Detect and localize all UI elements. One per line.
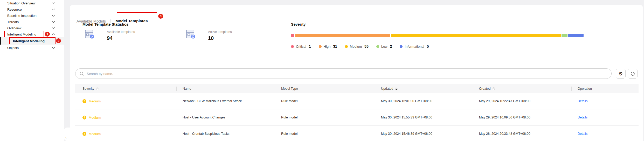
column-header-operation: Operation	[571, 84, 639, 93]
severity-bar	[291, 34, 584, 37]
legend-count: 5	[427, 44, 429, 48]
sidebar-collapse-handle[interactable]: ‹	[64, 128, 71, 141]
updated-cell: May 30, 2024 16:01:00 GMT+08:00	[375, 99, 473, 103]
toolbar: ⚙	[75, 68, 639, 79]
model-templates-table: Severity Name Model Type Updated	[75, 84, 639, 141]
legend-count: 2	[390, 44, 392, 48]
column-label: Updated	[381, 87, 393, 90]
section-vertical-divider	[278, 24, 278, 55]
severity-cell: ! Medium	[75, 99, 176, 103]
medium-severity-icon: !	[82, 132, 86, 136]
annotation-badge-2: 2	[56, 38, 61, 43]
details-link[interactable]: Details	[578, 132, 587, 136]
column-label: Name	[183, 87, 191, 90]
sidebar: Situation Overview Resource Baseline Ins…	[0, 0, 64, 141]
legend-item-high: High 31	[319, 44, 337, 48]
template-active-icon	[185, 28, 197, 40]
annotation-badge-1: 1	[45, 32, 50, 37]
severity-segment-critical	[291, 34, 294, 37]
column-header-model-type[interactable]: Model Type	[275, 84, 375, 93]
stat-label-available-templates: Available templates	[107, 30, 135, 34]
legend-dot-critical	[291, 45, 294, 48]
column-header-created[interactable]: Created	[473, 84, 571, 93]
severity-cell: ! Medium	[75, 116, 176, 119]
stat-value-active-templates: 10	[208, 35, 214, 41]
medium-severity-icon: !	[82, 116, 86, 119]
column-label: Created	[479, 87, 490, 90]
sidebar-subitem-label: Intelligent Modeling	[13, 39, 45, 43]
chevron-up-icon	[52, 33, 55, 35]
severity-cell: ! Medium	[75, 132, 176, 136]
sidebar-item-label: Overview	[7, 26, 21, 30]
chevron-down-icon	[52, 21, 55, 23]
sidebar-item-situation-overview[interactable]: Situation Overview	[0, 0, 64, 6]
sidebar-subitem-intelligent-modeling[interactable]: Intelligent Modeling	[0, 37, 64, 45]
details-link[interactable]: Details	[578, 116, 587, 119]
refresh-button[interactable]	[628, 69, 638, 79]
sidebar-item-label: Intelligent Modeling	[7, 32, 36, 36]
template-check-icon	[84, 28, 95, 40]
column-label: Operation	[578, 87, 592, 90]
column-header-updated[interactable]: Updated	[375, 84, 473, 93]
legend-dot-informational	[400, 45, 403, 48]
sidebar-item-threats[interactable]: Threats	[0, 19, 64, 25]
stats-section-title: Model Template Statistics	[82, 22, 128, 26]
search-input[interactable]	[87, 72, 607, 76]
sidebar-item-resource[interactable]: Resource	[0, 6, 64, 12]
column-header-name[interactable]: Name	[176, 84, 275, 93]
sidebar-item-label: Situation Overview	[7, 1, 35, 5]
name-cell: Network - CFW Malicious External Attack	[176, 99, 275, 103]
column-label: Model Type	[281, 87, 298, 90]
table-row: ! Medium Host - User Account Changes Rul…	[75, 109, 639, 126]
active-indicator	[0, 37, 1, 45]
legend-item-critical: Critical 1	[291, 44, 311, 48]
legend-label: Medium	[350, 45, 362, 48]
created-cell: May 29, 2024 10:22:47 GMT+08:00	[473, 99, 571, 103]
legend-label: Low	[381, 45, 387, 48]
name-cell: Host - User Account Changes	[176, 116, 275, 119]
severity-section-title: Severity	[291, 22, 306, 26]
chevron-down-icon	[52, 9, 55, 10]
updated-cell: May 30, 2024 15:55:33 GMT+08:00	[375, 116, 473, 119]
legend-item-low: Low 2	[376, 44, 392, 48]
sidebar-item-label: Threats	[7, 20, 19, 24]
sidebar-item-overview[interactable]: Overview	[0, 25, 64, 31]
main-panel: Available Models Model Templates Model T…	[70, 5, 643, 141]
search-box[interactable]	[75, 68, 612, 79]
sidebar-item-intelligent-modeling[interactable]: Intelligent Modeling	[0, 31, 64, 37]
search-icon	[80, 72, 84, 76]
severity-segment-high	[295, 34, 390, 37]
severity-label: Medium	[89, 99, 101, 103]
table-row: ! Medium Host - Crontab Suspicious Tasks…	[75, 126, 639, 141]
model-type-cell: Rule model	[275, 116, 375, 119]
details-link[interactable]: Details	[578, 99, 587, 103]
chevron-down-icon	[52, 47, 55, 49]
legend-dot-low	[376, 45, 379, 48]
name-cell: Host - Crontab Suspicious Tasks	[176, 132, 275, 136]
severity-segment-low	[562, 34, 568, 37]
sort-icon	[492, 87, 495, 90]
gear-icon: ⚙	[618, 71, 623, 76]
sort-icon-desc-active	[395, 87, 398, 90]
chevron-down-icon	[52, 27, 55, 29]
severity-label: Medium	[89, 116, 101, 119]
legend-label: Informational	[405, 45, 424, 48]
stat-value-available-templates: 94	[107, 35, 113, 41]
sort-icon	[96, 87, 99, 90]
severity-legend: Critical 1 High 31 Medium 55 Low 2 Infor…	[291, 44, 429, 48]
table-row: ! Medium Network - CFW Malicious Externa…	[75, 93, 639, 109]
annotation-badge-3: 3	[158, 14, 163, 19]
column-header-severity[interactable]: Severity	[75, 84, 176, 93]
sidebar-item-baseline-inspection[interactable]: Baseline Inspection	[0, 12, 64, 19]
settings-button[interactable]: ⚙	[616, 69, 626, 79]
model-type-cell: Rule model	[275, 99, 375, 103]
sidebar-item-label: Objects	[7, 46, 19, 50]
sidebar-item-label: Resource	[7, 8, 22, 11]
table-header-row: Severity Name Model Type Updated	[75, 84, 639, 93]
legend-count: 55	[364, 44, 369, 48]
legend-dot-high	[319, 45, 322, 48]
created-cell: May 29, 2024 10:09:56 GMT+08:00	[473, 116, 571, 119]
medium-severity-icon: !	[82, 99, 86, 103]
legend-label: High	[324, 45, 331, 48]
sidebar-item-objects[interactable]: Objects	[0, 45, 64, 51]
